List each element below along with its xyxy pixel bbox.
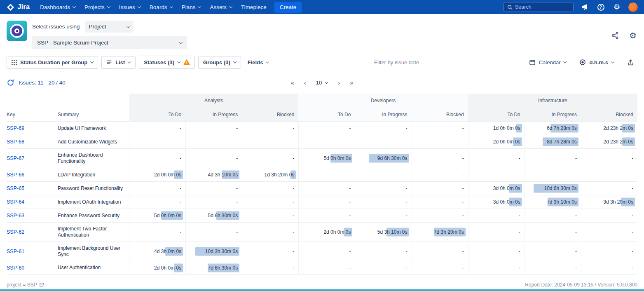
- issue-key-link[interactable]: SSP-61: [7, 249, 24, 254]
- search-input[interactable]: [515, 4, 564, 10]
- duration-cell: 2d 23h 2m 0s: [581, 121, 637, 135]
- table-corner: [7, 94, 129, 108]
- chevron-down-icon: [128, 60, 131, 63]
- duration-cell: 7d 6h 30m 0s: [185, 261, 242, 275]
- issue-key-link[interactable]: SSP-67: [7, 155, 24, 161]
- status-column-header-infrastructure-blocked: Blocked: [581, 108, 637, 121]
- duration-cell: -: [355, 181, 411, 195]
- duration-value: -: [406, 213, 407, 218]
- nav-item-assets[interactable]: Assets: [205, 0, 237, 14]
- chevron-down-icon: [198, 5, 201, 8]
- duration-value: -: [519, 172, 520, 178]
- project-dropdown[interactable]: SSP - Sample Scrum Project: [32, 36, 187, 49]
- issue-source-dropdown[interactable]: Project: [85, 21, 133, 33]
- share-icon[interactable]: [611, 31, 619, 40]
- issue-key-link[interactable]: SSP-68: [7, 139, 24, 145]
- settings-gear-icon[interactable]: ⚙: [612, 2, 622, 12]
- duration-value: -: [462, 139, 464, 145]
- nav-item-plans[interactable]: Plans: [177, 0, 206, 14]
- jql-query-link[interactable]: project = SSP: [7, 282, 44, 288]
- duration-cell: -: [581, 148, 637, 168]
- duration-value: -: [406, 125, 407, 131]
- duration-cell: -: [355, 209, 411, 222]
- issue-key-link[interactable]: SSP-64: [7, 199, 24, 205]
- duration-format-dropdown[interactable]: d.h.m.s: [576, 56, 617, 68]
- chevron-down-icon: [126, 24, 129, 28]
- duration-value: -: [293, 249, 294, 254]
- help-icon[interactable]: ?: [596, 2, 606, 12]
- report-type-dropdown[interactable]: Status Duration per Group: [7, 56, 98, 69]
- duration-cell: -: [581, 261, 637, 275]
- refresh-icon[interactable]: [7, 79, 14, 87]
- report-settings-gear-icon[interactable]: ⚙: [629, 31, 637, 40]
- chevron-down-icon: [169, 5, 173, 8]
- duration-cell: -: [355, 195, 411, 209]
- duration-cell: 5d 0h 0m 0s: [129, 209, 185, 222]
- app-logo-icon[interactable]: [7, 21, 27, 41]
- last-page-button[interactable]: »: [350, 79, 353, 86]
- duration-value: -: [180, 229, 181, 235]
- user-avatar[interactable]: [628, 2, 638, 12]
- duration-value: -: [293, 139, 294, 145]
- statuses-dropdown[interactable]: Statuses (3): [139, 56, 195, 69]
- duration-value: 5d 3h 10m 0s: [377, 229, 407, 235]
- issue-summary-cell: Implement Two-Factor Authentication: [58, 222, 129, 242]
- report-type-label: Status Duration per Group: [20, 59, 87, 66]
- duration-value: -: [293, 155, 294, 161]
- duration-value: -: [462, 199, 464, 205]
- duration-cell: -: [468, 222, 525, 242]
- first-page-button[interactable]: «: [290, 79, 294, 86]
- prev-page-button[interactable]: ‹: [304, 79, 306, 86]
- issue-key-link[interactable]: SSP-69: [7, 125, 24, 131]
- group-header-developers: Developers: [298, 94, 468, 108]
- issue-key-link[interactable]: SSP-66: [7, 172, 24, 178]
- issue-date-filter-input[interactable]: Filter by issue date...: [275, 59, 522, 66]
- duration-cell: -: [129, 135, 185, 148]
- duration-value: -: [180, 199, 181, 205]
- nav-item-dashboards[interactable]: Dashboards: [35, 0, 80, 14]
- next-page-button[interactable]: ›: [338, 79, 340, 86]
- duration-cell: 10d 3h 30m 0s: [185, 242, 242, 261]
- duration-value: -: [406, 139, 407, 145]
- duration-cell: -: [525, 261, 581, 275]
- groups-dropdown[interactable]: Groups (3): [198, 56, 241, 69]
- issue-key-link[interactable]: SSP-60: [7, 265, 24, 271]
- nav-item-timepiece[interactable]: Timepiece: [237, 0, 271, 14]
- issue-key-link[interactable]: SSP-62: [7, 229, 24, 235]
- issue-summary-cell: Add Customizable Widgets: [58, 135, 129, 148]
- duration-value: 7d 3h 10m 0s: [547, 199, 577, 205]
- layout-dropdown[interactable]: List: [101, 56, 136, 69]
- nav-item-projects[interactable]: Projects: [80, 0, 115, 14]
- create-button[interactable]: Create: [274, 2, 302, 13]
- page-size-dropdown[interactable]: 10: [316, 80, 328, 86]
- search-box[interactable]: [503, 2, 574, 12]
- nav-item-boards[interactable]: Boards: [145, 0, 177, 14]
- duration-cell: -: [242, 135, 298, 148]
- nav-item-issues[interactable]: Issues: [115, 0, 145, 14]
- duration-cell: -: [242, 148, 298, 168]
- nav-item-label: Plans: [182, 4, 196, 10]
- issue-key-link[interactable]: SSP-63: [7, 213, 24, 218]
- duration-cell: 7d 3h 10m 0s: [525, 195, 581, 209]
- duration-value: 2d 23h 2m 0s: [603, 125, 633, 131]
- duration-cell: -: [525, 209, 581, 222]
- duration-value: -: [236, 125, 238, 131]
- status-column-header-developers-blocked: Blocked: [412, 108, 468, 121]
- issue-key-cell: SSP-67: [7, 148, 58, 168]
- issue-key-link[interactable]: SSP-65: [7, 185, 24, 191]
- fields-dropdown[interactable]: Fields: [244, 56, 272, 68]
- export-button[interactable]: [624, 56, 637, 69]
- jira-logo[interactable]: Jira: [4, 3, 35, 11]
- announcements-icon[interactable]: [580, 2, 590, 12]
- issue-source-value: Project: [89, 23, 106, 30]
- duration-cell: -: [581, 242, 637, 261]
- duration-cell: 2d 0h 0m 0s: [468, 135, 525, 148]
- duration-value: -: [519, 155, 520, 161]
- duration-value: -: [462, 172, 464, 178]
- calendar-dropdown[interactable]: Calendar: [526, 56, 570, 68]
- duration-value: -: [519, 229, 520, 235]
- duration-value: 2d 0h 0m 0s: [323, 229, 351, 235]
- duration-value: -: [293, 185, 294, 191]
- main-nav: DashboardsProjectsIssuesBoardsPlansAsset…: [35, 0, 271, 14]
- duration-cell: -: [298, 242, 355, 261]
